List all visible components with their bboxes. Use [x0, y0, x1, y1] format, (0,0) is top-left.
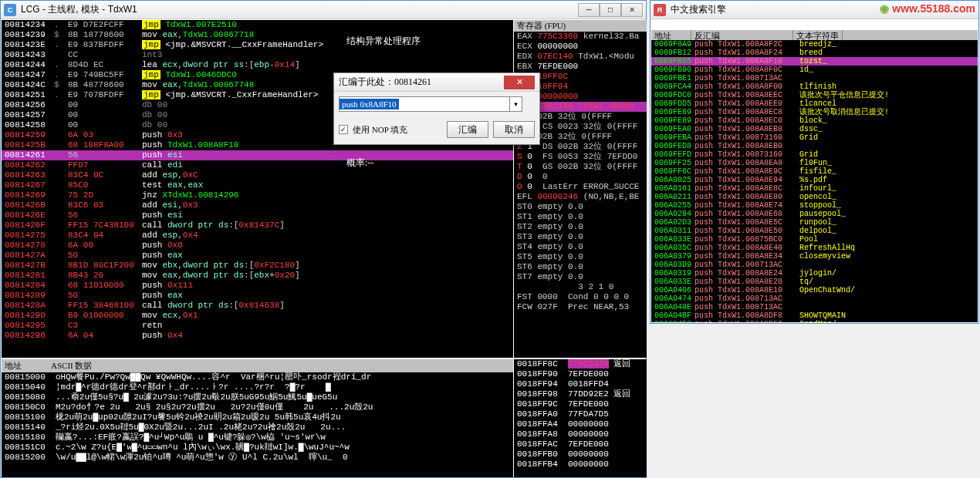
disasm-row[interactable]: 0081426B 83C6 03add esi,0x3: [2, 200, 513, 210]
nop-fill-checkbox[interactable]: ✓: [339, 125, 348, 134]
stack-row[interactable]: 0018FFB4 00000000: [514, 459, 647, 470]
search-result-row[interactable]: 0069FDC0push TdxW1.008A8EEC该批次号平仓信息已提交!: [651, 91, 978, 99]
stack-row[interactable]: 0018FFA4 00000000: [514, 419, 647, 429]
search-result-row[interactable]: 006A02D3push TdxW1.008A8E5Crunpool_: [651, 218, 978, 227]
disasm-row[interactable]: 00814296 6A 04push 0x4: [2, 331, 513, 341]
register-row[interactable]: EAX 775C3360 kernel32.Ba: [514, 32, 647, 42]
disasm-row[interactable]: 0081426F FF15 7C438100call dword ptr ds:…: [2, 220, 513, 231]
search-result-row[interactable]: 006A04E8push TdxW1.008A8DF0SendMsg/: [651, 320, 978, 322]
dump-row[interactable]: 008151C0 c.~2\w Z?u{E▇'w▇^u▭▭wn^u l內\wぃ\…: [2, 443, 513, 453]
close-button[interactable]: ✕: [621, 3, 643, 17]
search-result-row[interactable]: 006A03D9push TdxW1.008713AC: [651, 261, 978, 269]
disasm-row[interactable]: 00814269 75 2Djnz XTdxW1.00814296: [2, 190, 513, 200]
search-result-row[interactable]: 006A0255push TdxW1.008A8E74stoppool_: [651, 201, 978, 210]
register-row[interactable]: FCW 027F Prec NEAR,53: [514, 302, 647, 312]
disasm-row[interactable]: 00814261 56push esi: [2, 150, 513, 160]
search-result-row[interactable]: 006A0294push TdxW1.008A8E68pausepool_: [651, 210, 978, 218]
search-result-row[interactable]: 0069FED8push TdxW1.008A8EB0: [651, 142, 978, 150]
stack-row[interactable]: 0018FF8C 775C337A 返回: [514, 359, 647, 369]
stack-row[interactable]: 0018FF98 77DD92E2 返回: [514, 389, 647, 399]
search-result-row[interactable]: 0069FBE1push TdxW1.008713AC: [651, 74, 978, 82]
stack-pane[interactable]: 0018FF8C 775C337A 返回0018FF90 7EFDE000 00…: [514, 359, 647, 477]
disasm-row[interactable]: 00814267 85C0test eax,eax: [2, 180, 513, 190]
disasm-row[interactable]: 00814234.E9 D7E2FCFFjmp TdxW1.007E2510: [2, 20, 513, 30]
search-result-row[interactable]: 0069FEFDpush TdxW1.00873160Grid: [651, 150, 978, 159]
stack-row[interactable]: 0018FF9C 7EFDE000: [514, 399, 647, 409]
dump-row[interactable]: 00815040 ¦mdr▇^r德dr德dr登^r鄯drㅏ_dr....ㅏ?r …: [2, 382, 513, 392]
stack-row[interactable]: 0018FFA8 00000000: [514, 429, 647, 439]
search-result-row[interactable]: 0069FB12push TdxW1.008A8F24breed: [651, 49, 978, 57]
search-result-row[interactable]: 0069FE89push TdxW1.008A8EC0block_: [651, 116, 978, 125]
search-result-row[interactable]: 006A033Epush TdxW1.008A8E20tq/: [651, 278, 978, 286]
register-row[interactable]: ST7 empty 0.0: [514, 272, 647, 282]
stack-row[interactable]: 0018FFAC 7EFDE000: [514, 439, 647, 449]
main-titlebar[interactable]: C LCG - 主线程, 模块 - TdxW1 ─ □ ✕: [1, 1, 646, 19]
register-row[interactable]: ST6 empty 0.0: [514, 262, 647, 272]
search-result-row[interactable]: 006A0474push TdxW1.008713AC: [651, 295, 978, 303]
disasm-row[interactable]: 00814239$8B 18778600mov eax,TdxW1.008677…: [2, 30, 513, 40]
disasm-row[interactable]: 00814278 6A 00push 0x0: [2, 241, 513, 251]
disasm-row[interactable]: 00814263 83C4 0Cadd esp,0xC: [2, 170, 513, 180]
search-result-row[interactable]: 0069FDD5push TdxW1.008A8EE0tlcancel: [651, 99, 978, 108]
register-row[interactable]: EFL 00000246 (NO,NB,E,BE: [514, 192, 647, 202]
search-result-row[interactable]: 0069FF25push TdxW1.008A8EA8fl0Fun_: [651, 159, 978, 167]
dialog-titlebar[interactable]: 汇编于此处：00814261 ✕: [334, 73, 539, 92]
dialog-close-button[interactable]: ✕: [504, 76, 535, 89]
search-result-row[interactable]: 0069F8A9push TdxW1.008A8F2Cbreedjz_: [651, 40, 978, 49]
dump-row[interactable]: 00815080 ...奣2u僅5u§?u▇ 2u澽2u?3u:?u摆2u斀2u…: [2, 392, 513, 402]
search-result-row[interactable]: 006A04BFpush TdxW1.008A8DF8SHOWTQMAIN: [651, 311, 978, 320]
register-row[interactable]: ST3 empty 0.0: [514, 232, 647, 242]
disasm-row[interactable]: 00814284 68 11010000push 0x111: [2, 281, 513, 291]
disasm-row[interactable]: 0081427A 50push eax: [2, 251, 513, 261]
compile-button[interactable]: 汇编: [447, 121, 488, 138]
disasm-row[interactable]: 0081426E 56push esi: [2, 210, 513, 220]
disasm-row[interactable]: 0081423E.E9 837BFDFFjmp <jmp.&MSVCRT.__C…: [2, 40, 513, 50]
search-result-row[interactable]: 006A048Epush TdxW1.008713AC: [651, 303, 978, 311]
register-row[interactable]: T 0 GS 002B 32位 0(FFFF: [514, 162, 647, 172]
register-row[interactable]: 3 2 1 0: [514, 282, 647, 292]
register-row[interactable]: ECX 00000000: [514, 42, 647, 52]
disasm-row[interactable]: 00814281 8B43 20mov eax,dword ptr ds:[eb…: [2, 271, 513, 281]
register-row[interactable]: D 0 0: [514, 172, 647, 182]
search-result-row[interactable]: 0069FE69push TdxW1.008A8EC8该批次号取消信息已提交!: [651, 108, 978, 116]
disasm-row[interactable]: 00814295 C3retn: [2, 321, 513, 331]
stack-row[interactable]: 0018FF90 7EFDE000: [514, 369, 647, 379]
cancel-button[interactable]: 取消: [493, 121, 535, 138]
search-result-row[interactable]: 006A035Cpush TdxW1.008A8E40RefreshAllHq: [651, 244, 978, 252]
dump-row[interactable]: 00815140 _?ri烃2u.0X5u韃5u▇0X2u暨2u...2uI .…: [2, 422, 513, 433]
dump-row[interactable]: 00815200 \w/u▇▇l@\w輑\w渾2u铂^u噂 ^u萌^u惣'w ⓨ…: [2, 453, 513, 463]
registers-pane[interactable]: 寄存器 (FPU) EAX 775C3360 kernel32.BaECX 00…: [514, 20, 647, 358]
disasm-row[interactable]: 0081427B 8B1D 80C1F200mov ebx,dword ptr …: [2, 261, 513, 271]
search-result-row[interactable]: 0069FEA0push TdxW1.008A8EB8dssc_: [651, 125, 978, 133]
search-result-row[interactable]: 006A0161push TdxW1.008A8E8Cinfourl_: [651, 184, 978, 193]
disasm-row[interactable]: 0081428A FF15 38468100call dword ptr ds:…: [2, 301, 513, 311]
search-result-row[interactable]: 0069FF6Cpush TdxW1.008A8E9Cfisfile_: [651, 167, 978, 176]
disasm-row[interactable]: 00814244.8D4D EClea ecx,dword ptr ss:[eb…: [2, 60, 513, 70]
search-titlebar[interactable]: R 中文搜索引擎 ◉ www.55188.com: [651, 1, 978, 19]
disasm-row[interactable]: 00814290 B9 01000000mov ecx,0x1: [2, 311, 513, 321]
register-row[interactable]: O 0 LastErr ERROR_SUCCE: [514, 182, 647, 192]
search-results-pane[interactable]: 地址 反汇编 文本字符串 0069F8A9push TdxW1.008A8F2C…: [651, 30, 978, 322]
dump-row[interactable]: 00815000 oHQw餐Pu./Pw?Qw▇▇Qw ¥QwWHQw....容…: [2, 372, 513, 382]
maximize-button[interactable]: □: [600, 3, 621, 17]
search-result-row[interactable]: 0069FCA4push TdxW1.008A8F00tlfinish: [651, 82, 978, 91]
disasm-row[interactable]: 00814289 50push eax: [2, 291, 513, 301]
disassembly-pane[interactable]: 00814234.E9 D7E2FCFFjmp TdxW1.007E251000…: [2, 20, 513, 358]
register-row[interactable]: ST0 empty 0.0: [514, 202, 647, 212]
assemble-input[interactable]: push 0x8A8F10 ▼: [339, 96, 522, 112]
search-result-row[interactable]: 006A033Epush TdxW1.00875BC0Pool: [651, 235, 978, 244]
minimize-button[interactable]: ─: [578, 3, 600, 17]
search-result-row[interactable]: 006A0211push TdxW1.008A8E80opencol_: [651, 193, 978, 201]
register-row[interactable]: ST5 empty 0.0: [514, 252, 647, 262]
register-row[interactable]: S 0 FS 0053 32位 7EFDD0: [514, 152, 647, 162]
register-row[interactable]: ST4 empty 0.0: [514, 242, 647, 252]
search-result-row[interactable]: 006A0311push TdxW1.008A8E50delpool_: [651, 227, 978, 235]
search-result-row[interactable]: 006A0379push TdxW1.008A8E34closemyview: [651, 252, 978, 261]
dump-row[interactable]: 00815180 韊蠃?...:EF嵌?蠃誤?▇^u┘Wp^u鵰 u ▇^u键?…: [2, 433, 513, 443]
stack-row[interactable]: 0018FFA0 77FDA7D5: [514, 409, 647, 419]
search-result-row[interactable]: 0069FB55push TdxW1.008A8F10tozst_: [651, 57, 978, 66]
disasm-row[interactable]: 00814275 83C4 04add esp,0x4: [2, 231, 513, 241]
dropdown-icon[interactable]: ▼: [509, 97, 522, 111]
search-result-row[interactable]: 0069FEBApush TdxW1.00873160Grid: [651, 133, 978, 142]
search-result-row[interactable]: 0069FB90push TdxW1.008A8F0Cid_: [651, 66, 978, 74]
